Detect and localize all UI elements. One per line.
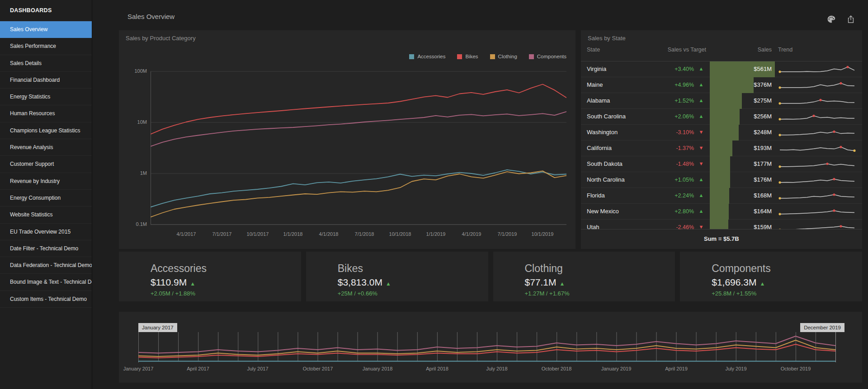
sidebar-item-sales-performance[interactable]: Sales Performance [0, 38, 92, 55]
state-row-south-carolina[interactable]: South Carolina +2.06% ▲ $256M [581, 109, 862, 125]
column-header-sales[interactable]: Sales [717, 47, 772, 53]
sidebar-item-bound-image-text-technical-demo[interactable]: Bound Image & Text - Technical Demo [0, 274, 92, 291]
kpi-value: $3,813.0M▲ [338, 277, 488, 288]
sparkline-peak-dot [812, 115, 815, 117]
state-name: Maine [587, 81, 603, 88]
sidebar-item-date-filter-technical-demo[interactable]: Date Filter - Technical Demo [0, 240, 92, 257]
sparkline-peak-dot [819, 99, 821, 101]
sidebar-item-customer-support[interactable]: Customer Support [0, 156, 92, 173]
navigator-tick-label: July 2019 [711, 366, 761, 371]
sparkline-start-dot [778, 213, 781, 215]
kpi-delta: +25.8M / +1.55% [712, 290, 862, 297]
sales-value: $376M [717, 81, 772, 88]
sparkline-start-dot [778, 197, 781, 199]
sidebar: DASHBOARDS Sales OverviewSales Performan… [0, 0, 92, 389]
sidebar-item-eu-trade-overview-2015[interactable]: EU Trade Overview 2015 [0, 224, 92, 240]
sales-vs-target-value: +2.80% [631, 208, 694, 215]
x-tick-label: 4/1/2018 [313, 231, 344, 237]
navigator-tick-label: October 2018 [532, 366, 581, 371]
state-name: Alabama [587, 97, 610, 104]
state-row-south-dakota[interactable]: South Dakota -1.48% ▼ $177M [581, 156, 862, 172]
range-navigator-chart[interactable] [138, 332, 835, 362]
palette-icon[interactable] [826, 14, 836, 24]
kpi-title: Clothing [525, 262, 675, 275]
sidebar-item-sales-overview[interactable]: Sales Overview [0, 21, 92, 38]
range-start-badge[interactable]: January 2017 [138, 323, 177, 332]
legend-item-components[interactable]: Components [529, 54, 566, 59]
sidebar-item-financial-dashboard[interactable]: Financial Dashboard [0, 72, 92, 89]
page-title: Sales Overview [127, 13, 175, 20]
state-row-alabama[interactable]: Alabama +1.52% ▲ $275M [581, 93, 862, 109]
kpi-title: Bikes [338, 262, 488, 275]
table-footer: Sum = $5.7B [581, 229, 862, 249]
state-row-washington[interactable]: Washington -3.10% ▼ $248M [581, 125, 862, 141]
table-body[interactable]: Virginia +3.40% ▲ $561M Maine +4.96% ▲ $… [581, 61, 862, 229]
state-row-utah[interactable]: Utah -2.46% ▼ $159M [581, 220, 862, 229]
down-arrow-icon: ▼ [698, 145, 705, 150]
legend-swatch [409, 54, 414, 59]
trend-sparkline [778, 95, 856, 107]
legend-swatch [529, 54, 534, 59]
column-header-sales-vs-target[interactable]: Sales vs Target [631, 47, 706, 53]
sparkline-start-dot [778, 102, 781, 104]
column-header-trend[interactable]: Trend [778, 47, 793, 53]
sidebar-item-data-federation-technical-demo[interactable]: Data Federation - Technical Demo [0, 257, 92, 274]
sidebar-item-sales-details[interactable]: Sales Details [0, 55, 92, 72]
navigator-tick-label: October 2019 [771, 366, 821, 371]
export-icon-glyph [846, 14, 855, 24]
kpi-card-components[interactable]: Components $1,696.3M▲ +25.8M / +1.55% [680, 252, 862, 301]
sparkline-start-dot [778, 70, 781, 73]
sparkline-start-dot [778, 86, 781, 89]
down-arrow-icon: ▼ [698, 129, 705, 135]
kpi-card-bikes[interactable]: Bikes $3,813.0M▲ +25M / +0.66% [306, 252, 488, 301]
state-row-california[interactable]: California -1.37% ▼ $193M [581, 141, 862, 156]
sales-vs-target-value: +1.52% [631, 98, 694, 104]
state-row-north-carolina[interactable]: North Carolina +1.05% ▲ $176M [581, 172, 862, 188]
sales-value: $168M [717, 192, 772, 199]
legend-item-bikes[interactable]: Bikes [457, 54, 478, 59]
x-tick-label: 4/1/2017 [170, 231, 202, 237]
column-header-state[interactable]: State [587, 47, 600, 53]
state-row-new-mexico[interactable]: New Mexico +2.80% ▲ $164M [581, 204, 862, 220]
range-navigator-panel: January 2017 December 2019 January 2017A… [119, 312, 862, 383]
state-name: Virginia [587, 66, 606, 72]
sparkline-peak-dot [840, 82, 842, 84]
sales-vs-target-value: -1.48% [631, 161, 694, 167]
sidebar-item-champions-league-statistics[interactable]: Champions League Statistics [0, 122, 92, 139]
up-arrow-icon: ▲ [698, 66, 705, 71]
sparkline-start-dot [778, 165, 781, 168]
kpi-title: Components [712, 262, 862, 275]
product-category-line-chart[interactable] [151, 69, 566, 230]
legend-item-clothing[interactable]: Clothing [490, 54, 517, 59]
trend-sparkline [778, 79, 856, 91]
state-name: North Carolina [587, 176, 625, 183]
range-end-badge[interactable]: December 2019 [800, 323, 844, 332]
y-tick-label: 100M [123, 68, 147, 74]
legend-item-accessories[interactable]: Accessories [409, 54, 445, 59]
sales-value: $164M [717, 208, 772, 215]
range-slider-right-handle[interactable] [835, 332, 836, 362]
sparkline-path [780, 179, 854, 182]
kpi-card-clothing[interactable]: Clothing $77.1M▲ +1.27M / +1.67% [493, 252, 675, 301]
sales-vs-target-value: -2.46% [631, 224, 694, 229]
sparkline-peak-dot [840, 225, 842, 227]
state-row-virginia[interactable]: Virginia +3.40% ▲ $561M [581, 61, 862, 77]
sidebar-item-revenue-analysis[interactable]: Revenue Analysis [0, 139, 92, 156]
state-row-florida[interactable]: Florida +2.24% ▲ $168M [581, 188, 862, 204]
x-tick-label: 7/1/2018 [349, 231, 380, 237]
sparkline-path [780, 67, 854, 72]
sparkline-peak-dot [833, 178, 835, 180]
sidebar-item-custom-items-technical-demo[interactable]: Custom Items - Technical Demo [0, 291, 92, 308]
trend-sparkline [778, 221, 856, 229]
sidebar-item-human-resources[interactable]: Human Resources [0, 105, 92, 122]
kpi-value: $77.1M▲ [525, 277, 675, 288]
kpi-card-accessories[interactable]: Accessories $110.9M▲ +2.05M / +1.88% [119, 252, 301, 301]
sidebar-item-energy-statistics[interactable]: Energy Statistics [0, 89, 92, 105]
state-row-maine[interactable]: Maine +4.96% ▲ $376M [581, 77, 862, 93]
export-icon[interactable] [845, 14, 856, 24]
sidebar-item-energy-consumption[interactable]: Energy Consumption [0, 190, 92, 206]
sidebar-item-revenue-by-industry[interactable]: Revenue by Industry [0, 173, 92, 190]
y-tick-label: 10M [123, 119, 147, 125]
sidebar-item-website-statistics[interactable]: Website Statistics [0, 206, 92, 223]
trend-sparkline [778, 190, 856, 202]
